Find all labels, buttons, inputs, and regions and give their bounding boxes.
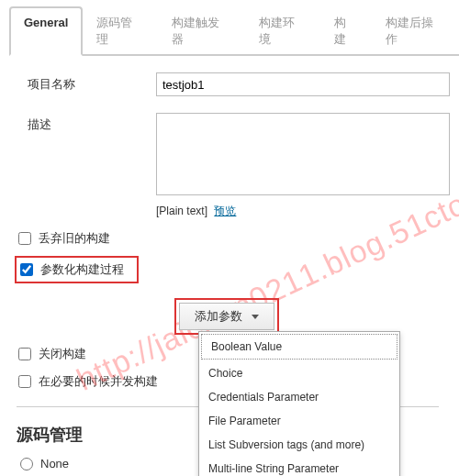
parameterized-checkbox[interactable] [20,263,33,276]
parameterized-label: 参数化构建过程 [40,261,124,278]
caret-down-icon [252,315,259,319]
add-param-button[interactable]: 添加参数 [179,303,274,330]
row-discard-old[interactable]: 丢弃旧的构建 [18,230,459,247]
discard-old-label: 丢弃旧的构建 [39,230,110,247]
param-option[interactable]: File Parameter [199,409,399,433]
param-option[interactable]: Boolean Value [201,334,397,360]
discard-old-checkbox[interactable] [18,232,31,245]
disable-build-label: 关闭构建 [39,346,86,362]
config-tabs: General 源码管理 构建触发器 构建环境 构建 构建后操作 [9,5,459,56]
label-project-name: 项目名称 [28,72,156,93]
tab-post[interactable]: 构建后操作 [372,6,459,56]
preview-link[interactable]: 预览 [214,205,236,217]
add-param-area: 添加参数 Boolean Value Choice Credentials Pa… [174,298,459,335]
project-name-input[interactable] [156,72,450,96]
disable-build-checkbox[interactable] [18,348,31,360]
tab-scm[interactable]: 源码管理 [83,6,158,56]
add-param-highlight: 添加参数 [174,298,279,335]
concurrent-build-checkbox[interactable] [18,375,31,388]
label-description: 描述 [28,113,156,133]
param-option[interactable]: Credentials Parameter [199,385,399,409]
add-param-dropdown: Boolean Value Choice Credentials Paramet… [198,331,400,476]
plain-text-label: [Plain text] [156,205,207,217]
tab-general[interactable]: General [9,6,83,56]
param-option[interactable]: List Subversion tags (and more) [199,433,399,457]
add-param-button-label: 添加参数 [195,308,242,325]
param-option[interactable]: Choice [199,361,399,385]
row-description: 描述 [Plain text] 预览 [28,113,459,219]
scm-none-radio[interactable] [20,458,33,470]
tab-env[interactable]: 构建环境 [245,6,320,56]
scm-none-label: None [40,457,69,470]
concurrent-build-label: 在必要的时候并发构建 [39,373,158,390]
tab-triggers[interactable]: 构建触发器 [158,6,245,56]
description-textarea[interactable] [156,113,450,195]
tab-build[interactable]: 构建 [320,6,372,56]
row-parameterized[interactable]: 参数化构建过程 [15,256,139,283]
row-project-name: 项目名称 [28,72,459,96]
param-option[interactable]: Multi-line String Parameter [199,457,399,476]
